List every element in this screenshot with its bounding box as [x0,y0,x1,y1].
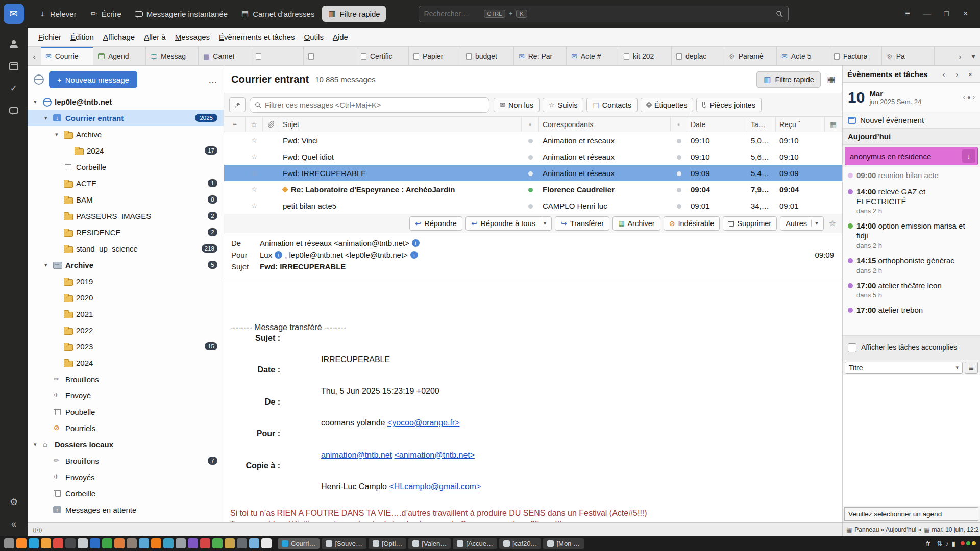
tasks-space-button[interactable]: ✓ [5,81,22,96]
menu-item[interactable]: Fichier [34,31,66,43]
folder-row[interactable]: Brouillons [28,371,224,387]
folder-row[interactable]: Messages en attente [28,502,224,518]
menu-item[interactable]: Évènements et tâches [214,31,299,43]
folder-row[interactable]: 2019 [28,273,224,289]
new-event-button[interactable]: Nouvel évènement [843,112,980,129]
tab[interactable]: Courrie [41,47,93,65]
taskbar-app-icon[interactable] [102,538,112,548]
taskbar-app-icon[interactable] [53,538,63,548]
menu-item[interactable]: Affichage [99,31,139,43]
thread-column-icon[interactable]: ≡ [224,117,246,132]
settings-button[interactable]: ⚙ [5,494,22,510]
dropdown-caret-icon[interactable]: ▾ [811,220,818,227]
folder-row[interactable]: RESIDENCE 2 [28,224,224,240]
from-value[interactable]: Animation et réseaux <animation@tntb.net… [260,239,409,247]
tab[interactable]: Pa [882,47,935,65]
menu-item[interactable]: Aller à [139,31,170,43]
column-size[interactable]: Ta… [747,117,776,132]
folder-row[interactable]: 2024 17 [28,142,224,159]
filter-messages-search[interactable] [250,97,489,113]
folder-row[interactable]: 2020 [28,289,224,306]
tab[interactable]: kit 202 [619,47,672,65]
tab[interactable]: Re: Par [514,47,567,65]
chat-space-button[interactable] [5,103,22,118]
message-row[interactable]: ☆ Re: Laboratoire d'Espeyrance : ArchéoJ… [224,181,842,197]
taskbar-app-icon[interactable] [16,538,27,548]
new-message-button[interactable]: + Nouveau message [49,71,137,88]
event-item[interactable]: 17:00 atelier théâtre leon dans 5 h [843,278,980,303]
completed-tasks-checkbox[interactable] [848,343,856,352]
tab[interactable]: Factura [829,47,882,65]
taskbar-app-icon[interactable] [114,538,125,548]
taskbar-app-icon[interactable] [188,538,198,548]
tab[interactable]: Paramè [724,47,777,65]
titlebar-button[interactable]: Écrire [84,6,127,22]
taskbar-app-icon[interactable] [127,538,137,548]
network-icon[interactable]: ⇅ [935,540,944,547]
menu-item[interactable]: Aide [328,31,353,43]
folder-row[interactable]: 2024 [28,355,224,371]
status-column-icon[interactable]: ● [671,117,687,132]
folder-row[interactable]: Poubelle [28,404,224,420]
tab[interactable] [251,47,304,65]
taskbar-app-icon[interactable] [4,538,14,548]
folder-row[interactable]: ▾ Archive [28,126,224,142]
current-event[interactable]: anonymus en résidence ↓ [845,147,978,165]
message-row[interactable]: ☆ petit bilan acte5 CAMPLO Henri luc 09:… [224,197,842,214]
column-received[interactable]: Reçuˆ [776,117,825,132]
next-day-button[interactable]: › [952,70,962,79]
taskbar-app-icon[interactable] [78,538,88,548]
event-item[interactable]: 17:00 atelier trebon [843,302,980,318]
folder-row[interactable]: PASSEURS_IMAGES 2 [28,208,224,224]
folder-row[interactable]: stand_up_science 219 [28,240,224,257]
folder-row[interactable]: Brouillons 7 [28,453,224,469]
star-icon[interactable]: ☆ [246,136,263,144]
event-item[interactable]: 14:00 relevé GAZ et ELECTRICITÉ dans 2 h [843,184,980,218]
current-event-expand-button[interactable]: ↓ [962,149,975,163]
spam-column-icon[interactable]: ● [522,117,539,132]
folder-row[interactable]: 2022 [28,322,224,338]
global-search-input[interactable] [424,10,480,18]
tasks-filter-button[interactable]: ≣ [965,362,978,374]
twisty-icon[interactable]: ▾ [44,262,53,268]
twisty-icon[interactable]: ▾ [55,131,64,138]
quick-filter-button[interactable]: Non lus [494,98,540,112]
titlebar-button[interactable]: Filtre rapide [322,6,385,22]
quick-filter-button[interactable]: Pièces jointes [696,98,761,112]
taskbar-app-icon[interactable] [41,538,51,548]
taskbar-window-button[interactable]: [Accue… [453,538,497,549]
taskbar-app-icon[interactable] [151,538,161,548]
close-today-pane-button[interactable]: × [965,70,975,79]
folder-row[interactable]: BAM 8 [28,191,224,208]
tab[interactable]: Messag [146,47,199,65]
event-item[interactable]: 09:00 reunion bilan acte [843,167,980,184]
today-section-header[interactable]: Aujourd’hui [843,129,980,145]
message-list-display-options-button[interactable]: ▦ [827,74,835,85]
tab[interactable]: Agend [93,47,146,65]
taskbar-window-button[interactable]: [Souve… [322,538,366,549]
action-button[interactable]: Transférer [555,216,609,231]
filter-messages-input[interactable] [265,101,484,109]
taskbar-app-icon[interactable] [29,538,39,548]
tasks-sort-combobox[interactable]: Titre ▾ [845,362,963,374]
message-row[interactable]: ☆ Fwd: Quel idiot Animation et réseaux 0… [224,148,842,165]
taskbar-app-icon[interactable] [261,538,272,548]
taskbar-app-icon[interactable] [200,538,210,548]
folder-row[interactable]: 2021 [28,306,224,322]
agenda-select-prompt[interactable]: Veuillez sélectionner un agend [844,507,978,521]
minimize-button[interactable]: — [920,7,934,21]
taskbar-window-button[interactable]: [Mon … [543,538,584,549]
menu-item[interactable]: Édition [66,31,99,43]
sticky-filter-pin-button[interactable] [229,97,246,112]
tab[interactable]: Carnet [199,47,251,65]
action-button[interactable]: Indésirable [664,216,720,231]
collapse-spaces-button[interactable]: « [5,516,22,532]
previous-day-button[interactable]: ‹ [939,70,949,79]
star-column-icon[interactable]: ☆ [246,117,263,132]
mini-prev-icon[interactable]: ‹ [963,94,965,101]
titlebar-button[interactable]: Relever [33,6,82,22]
tab[interactable] [304,47,356,65]
calendar-space-button[interactable] [5,59,22,74]
column-picker-icon[interactable]: ▦ [825,117,842,132]
folder-row[interactable]: ACTE 1 [28,175,224,191]
